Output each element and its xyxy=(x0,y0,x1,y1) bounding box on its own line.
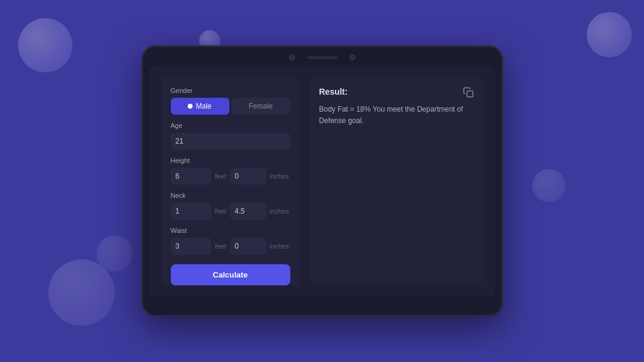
height-feet-unit: feet xyxy=(214,173,227,180)
tablet: Gender Male Female Age Height xyxy=(141,45,503,317)
bg-bubble-1 xyxy=(18,18,72,72)
waist-inches-input[interactable] xyxy=(230,238,266,255)
tablet-content: Gender Male Female Age Height xyxy=(149,65,496,297)
svg-rect-0 xyxy=(467,91,473,97)
male-button[interactable]: Male xyxy=(171,98,229,115)
female-label: Female xyxy=(249,102,273,110)
bg-bubble-6 xyxy=(532,169,566,202)
waist-input-row: feet inches xyxy=(171,238,290,255)
tablet-top-bar xyxy=(143,47,502,65)
height-feet-input[interactable] xyxy=(171,168,212,185)
neck-input-row: feet inches xyxy=(171,203,290,220)
neck-feet-input[interactable] xyxy=(171,203,212,220)
result-title: Result: xyxy=(319,87,348,97)
height-inches-input[interactable] xyxy=(230,168,266,185)
result-header: Result: xyxy=(319,87,474,98)
height-field-group: Height feet inches xyxy=(171,157,290,185)
bg-bubble-4 xyxy=(48,259,115,326)
calculate-button[interactable]: Calculate xyxy=(171,264,290,285)
bg-bubble-5 xyxy=(97,235,133,272)
bg-bubble-3 xyxy=(587,12,632,57)
age-input[interactable] xyxy=(171,133,290,150)
male-label: Male xyxy=(196,102,211,110)
female-button[interactable]: Female xyxy=(232,98,290,115)
copy-icon[interactable] xyxy=(463,87,474,98)
neck-field-group: Neck feet inches xyxy=(171,192,290,220)
gender-label: Gender xyxy=(171,87,290,94)
radio-dot-male xyxy=(188,104,193,109)
waist-field-group: Waist feet inches xyxy=(171,227,290,255)
waist-feet-unit: feet xyxy=(214,243,227,250)
tablet-speaker xyxy=(307,56,337,59)
gender-toggle: Male Female xyxy=(171,98,290,115)
tablet-camera xyxy=(289,54,295,60)
age-label: Age xyxy=(171,122,290,129)
gender-field-group: Gender Male Female xyxy=(171,87,290,115)
waist-feet-input[interactable] xyxy=(171,238,212,255)
height-input-row: feet inches xyxy=(171,168,290,185)
tablet-mic xyxy=(349,54,355,60)
neck-inches-unit: inches xyxy=(269,208,290,215)
neck-feet-unit: feet xyxy=(214,208,227,215)
result-text: Body Fat = 18% You meet the Department o… xyxy=(319,104,474,127)
waist-inches-unit: inches xyxy=(269,243,290,250)
neck-inches-input[interactable] xyxy=(230,203,266,220)
waist-label: Waist xyxy=(171,227,290,234)
result-panel: Result: Body Fat = 18% You meet the Depa… xyxy=(310,77,483,285)
height-label: Height xyxy=(171,157,290,164)
form-panel: Gender Male Female Age Height xyxy=(161,77,300,285)
neck-label: Neck xyxy=(171,192,290,199)
height-inches-unit: inches xyxy=(269,173,290,180)
age-field-group: Age xyxy=(171,122,290,150)
